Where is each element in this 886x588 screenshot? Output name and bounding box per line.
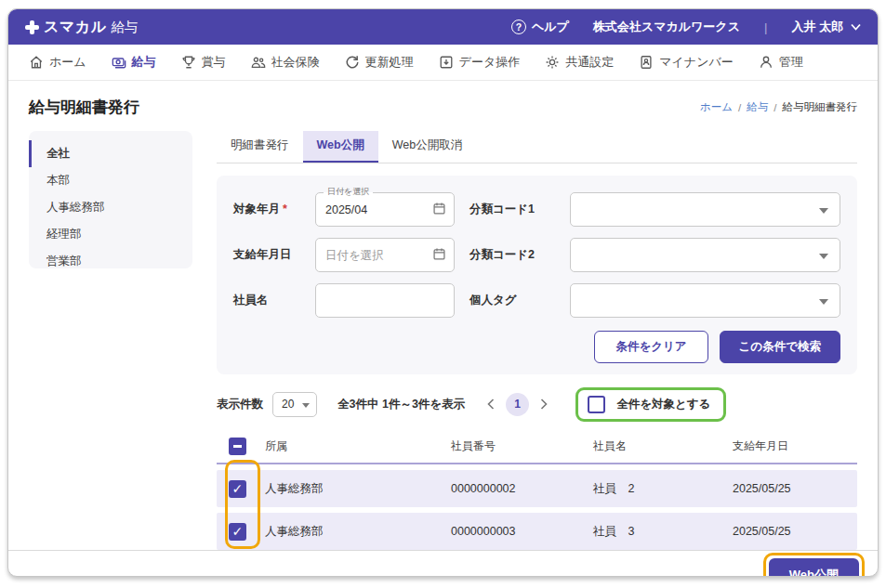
cell-pay-date: 2025/05/25: [733, 525, 857, 538]
nav-item-admin[interactable]: 管理: [759, 54, 803, 71]
user-name: 入井 太郎: [791, 19, 843, 35]
clear-conditions-button[interactable]: 条件をクリア: [594, 331, 707, 363]
dropdown-caret-icon: [819, 299, 828, 305]
publish-button-highlight-annotation: Web公開: [763, 553, 865, 578]
select-all-checkbox[interactable]: [588, 396, 605, 413]
nav-label: 給与: [132, 54, 156, 71]
table-row[interactable]: 人事総務部 0000000003 社員 3 2025/05/25: [217, 513, 857, 550]
dropdown-caret-icon: [819, 208, 828, 214]
tab-web-publish[interactable]: Web公開: [303, 131, 378, 163]
nav-label: 社会保険: [271, 54, 320, 71]
web-publish-button[interactable]: Web公開: [769, 558, 859, 578]
tab-issue-statement[interactable]: 明細書発行: [217, 131, 303, 163]
user-menu[interactable]: 入井 太郎: [791, 19, 861, 35]
sidebar-item-accounting[interactable]: 経理部: [29, 221, 192, 248]
plus-logo-icon: [25, 20, 39, 34]
main-nav: ホーム 給与 賞与 社会保険 更新処理 データ操作 共通設定 マイナンバー: [8, 45, 878, 81]
admin-icon: [759, 55, 774, 70]
row-checkbox[interactable]: [229, 523, 246, 541]
payroll-icon: [112, 55, 126, 70]
bonus-icon: [181, 55, 196, 70]
page-size-value: 20: [282, 398, 294, 411]
page-number-1[interactable]: 1: [506, 393, 529, 416]
category1-label: 分類コード1: [469, 202, 555, 217]
dropdown-caret-icon: [819, 254, 828, 259]
logo-brand-text: スマカル: [44, 18, 107, 37]
breadcrumb-payroll[interactable]: 給与: [747, 100, 768, 114]
social-insurance-icon: [251, 55, 266, 70]
sidebar-item-hr-general-affairs[interactable]: 人事総務部: [29, 194, 192, 221]
target-month-float-label: 日付を選択: [324, 186, 373, 198]
department-sidebar: 全社 本部 人事総務部 経理部 営業部: [29, 131, 192, 268]
cell-pay-date: 2025/05/25: [733, 482, 857, 495]
row-checkbox[interactable]: [229, 480, 246, 498]
category1-select[interactable]: [570, 192, 840, 227]
pay-date-label: 支給年月日: [233, 247, 300, 263]
nav-label: 更新処理: [365, 54, 414, 71]
employee-name-input[interactable]: [315, 283, 455, 318]
prev-page-button[interactable]: [487, 399, 495, 410]
nav-item-update[interactable]: 更新処理: [345, 54, 414, 71]
cell-dept: 人事総務部: [265, 481, 451, 497]
page-size-label: 表示件数: [217, 397, 263, 412]
header-separator: |: [764, 20, 767, 34]
pagination: 1: [487, 393, 548, 416]
nav-label: 共通設定: [565, 54, 614, 71]
search-button[interactable]: この条件で検索: [720, 331, 840, 363]
pay-date-input[interactable]: [315, 238, 455, 272]
dropdown-caret-icon: [302, 403, 310, 408]
nav-item-home[interactable]: ホーム: [29, 54, 86, 71]
column-header-dept: 所属: [265, 438, 451, 454]
breadcrumb-home[interactable]: ホーム: [700, 100, 733, 114]
category2-select[interactable]: [570, 238, 840, 272]
tab-bar: 明細書発行 Web公開 Web公開取消: [217, 131, 857, 163]
next-page-button[interactable]: [540, 399, 548, 410]
page-size-select[interactable]: 20: [272, 392, 317, 417]
chevron-left-icon: [487, 399, 495, 410]
help-button[interactable]: ? ヘルプ: [511, 19, 569, 35]
chevron-down-icon: [851, 23, 861, 31]
cell-name: 社員 2: [593, 481, 733, 497]
refresh-icon: [345, 55, 360, 70]
top-bar: スマカル 給与 ? ヘルプ 株式会社スマカルワークス | 入井 太郎: [8, 9, 878, 45]
column-header-emp-no: 社員番号: [451, 438, 593, 454]
logo-product-text: 給与: [112, 19, 139, 36]
page-title: 給与明細書発行: [29, 97, 139, 118]
table-row[interactable]: 人事総務部 0000000002 社員 2 2025/05/25: [217, 470, 857, 507]
tab-web-publish-cancel[interactable]: Web公開取消: [378, 131, 476, 163]
nav-label: 管理: [779, 54, 803, 71]
app-logo[interactable]: スマカル 給与: [25, 18, 139, 37]
nav-item-bonus[interactable]: 賞与: [181, 54, 226, 71]
nav-label: 賞与: [202, 54, 226, 71]
column-header-name: 社員名: [593, 438, 733, 454]
cell-name: 社員 3: [593, 524, 733, 540]
nav-item-settings[interactable]: 共通設定: [545, 54, 614, 71]
sidebar-item-headquarters[interactable]: 本部: [29, 167, 192, 194]
employee-name-label: 社員名: [233, 293, 300, 308]
app-window: スマカル 給与 ? ヘルプ 株式会社スマカルワークス | 入井 太郎 ホーム 給…: [7, 8, 879, 577]
nav-item-mynumber[interactable]: マイナンバー: [639, 54, 734, 71]
breadcrumb-separator: /: [774, 102, 776, 113]
header-checkbox[interactable]: [229, 438, 246, 455]
breadcrumb: ホーム / 給与 / 給与明細書発行: [700, 100, 857, 114]
home-icon: [29, 55, 44, 70]
nav-label: ホーム: [49, 54, 86, 71]
required-mark: *: [283, 203, 287, 216]
mynumber-icon: [639, 55, 654, 70]
list-controls: 表示件数 20 全3件中 1件～3件を表示 1 全件を対象とする: [217, 386, 857, 422]
cell-emp-no: 0000000002: [451, 482, 593, 495]
help-label: ヘルプ: [532, 19, 569, 35]
table-header-row: 所属 社員番号 社員名 支給年月日: [217, 429, 857, 464]
personal-tag-select[interactable]: [570, 283, 840, 318]
breadcrumb-separator: /: [738, 102, 741, 113]
cell-emp-no: 0000000003: [451, 525, 593, 538]
select-all-label: 全件を対象とする: [616, 397, 710, 412]
nav-item-payroll[interactable]: 給与: [112, 54, 156, 71]
nav-item-social-insurance[interactable]: 社会保険: [251, 54, 320, 71]
nav-item-data-operation[interactable]: データ操作: [439, 54, 521, 71]
personal-tag-label: 個人タグ: [469, 293, 555, 308]
sidebar-item-sales[interactable]: 営業部: [29, 248, 192, 275]
sidebar-item-all-company[interactable]: 全社: [29, 140, 192, 167]
breadcrumb-current: 給与明細書発行: [783, 100, 858, 114]
nav-label: データ操作: [459, 54, 521, 71]
